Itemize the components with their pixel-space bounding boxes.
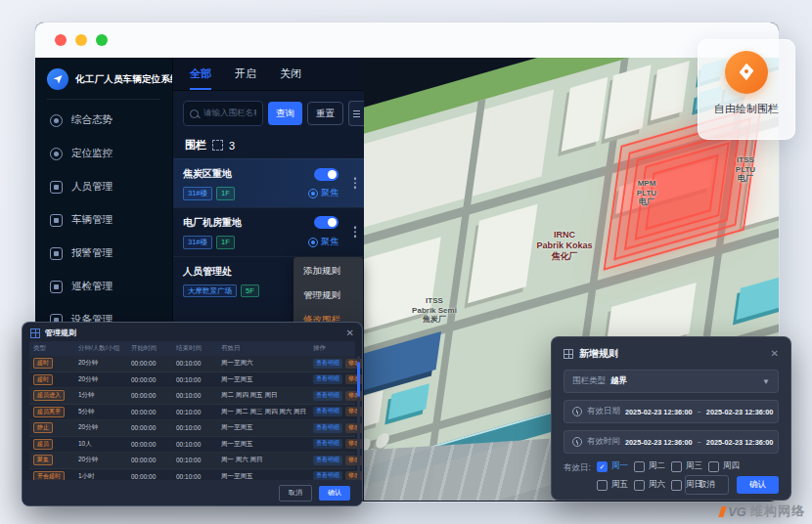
menu-item-管理规则[interactable]: 管理规则 bbox=[293, 284, 363, 308]
fence-count: 3 bbox=[229, 140, 235, 152]
more-actions-icon[interactable] bbox=[352, 176, 359, 192]
sidebar-item-人员管理[interactable]: 人员管理 bbox=[35, 170, 172, 203]
table-row[interactable]: 超员离开5分钟00:00:0000:10:00周一 周二 周三 周四 周六 周日… bbox=[29, 405, 355, 421]
close-window-button[interactable] bbox=[55, 34, 67, 46]
table-row[interactable]: 超时20分钟00:00:0000:10:00周一至周五查看明细修改删除 bbox=[29, 372, 355, 389]
action-查看明细[interactable]: 查看明细 bbox=[313, 359, 342, 369]
fence-name: 人员管理处 bbox=[183, 265, 232, 279]
valid-date-end: 2025-02-23 12:36:00 bbox=[706, 408, 774, 416]
map-label-ITSS: ITSSPLTU电厂 bbox=[718, 155, 773, 184]
fence-tag: 5F bbox=[241, 284, 259, 298]
focus-button[interactable]: 聚焦 bbox=[308, 236, 338, 248]
rules-modal-close-icon[interactable]: ✕ bbox=[346, 328, 354, 338]
collapse-list-button[interactable] bbox=[348, 101, 364, 126]
app-logo-row: 化工厂人员车辆定位系统 bbox=[35, 58, 172, 99]
tab-全部[interactable]: 全部 bbox=[190, 66, 211, 90]
search-icon bbox=[190, 109, 199, 118]
valid-date-label: 有效日期 bbox=[587, 406, 620, 417]
action-查看明细[interactable]: 查看明细 bbox=[313, 391, 342, 401]
action-查看明细[interactable]: 查看明细 bbox=[313, 423, 342, 433]
reset-button[interactable]: 重置 bbox=[307, 102, 343, 125]
sidebar-item-label: 人员管理 bbox=[71, 180, 113, 194]
action-查看明细[interactable]: 查看明细 bbox=[313, 374, 342, 384]
table-row[interactable]: 超时20分钟00:00:0000:10:00周一至周六查看明细修改删除 bbox=[29, 356, 355, 372]
table-row[interactable]: 静止20分钟00:00:0000:10:00周一至周五查看明细修改删除 bbox=[29, 420, 355, 437]
location-icon bbox=[50, 148, 63, 160]
column-开始时间: 开始时间 bbox=[131, 344, 176, 353]
column-有效日: 有效日 bbox=[221, 344, 313, 353]
fence-name: 焦炭区重地 bbox=[183, 167, 232, 181]
sidebar-item-label: 报警管理 bbox=[71, 246, 113, 260]
fence-type-select[interactable]: 围栏类型 越界 ▼ bbox=[564, 370, 779, 393]
fence-list-title: 围栏 bbox=[185, 138, 206, 153]
fence-toggle[interactable] bbox=[314, 216, 338, 229]
sidebar-item-报警管理[interactable]: 报警管理 bbox=[35, 237, 172, 270]
list-icon bbox=[353, 113, 360, 114]
rules-modal-title: 管理规则 bbox=[45, 328, 341, 338]
fence-card[interactable]: 电厂机房重地31#楼1F聚焦 bbox=[173, 207, 364, 256]
new-rule-modal-close-icon[interactable]: ✕ bbox=[771, 349, 779, 359]
free-draw-fence-tool[interactable]: 自由绘制围栏 bbox=[698, 39, 795, 140]
fence-name: 电厂机房重地 bbox=[183, 216, 242, 230]
rules-modal: 管理规则 ✕ 类型分钟/人数/小组开始时间结束时间有效日操作超时20分钟00:0… bbox=[22, 322, 363, 506]
action-查看明细[interactable]: 查看明细 bbox=[313, 407, 342, 416]
sidebar-item-label: 车辆管理 bbox=[71, 213, 113, 227]
rules-table-scrollbar[interactable] bbox=[357, 356, 360, 483]
action-修改[interactable]: 修改 bbox=[345, 423, 363, 433]
sidebar-item-车辆管理[interactable]: 车辆管理 bbox=[35, 203, 172, 237]
sidebar-item-综合态势[interactable]: 综合态势 bbox=[35, 104, 172, 137]
new-rule-cancel-button[interactable]: 取消 bbox=[685, 475, 729, 495]
rules-table: 类型分钟/人数/小组开始时间结束时间有效日操作超时20分钟00:00:0000:… bbox=[29, 341, 355, 502]
more-actions-icon[interactable] bbox=[352, 224, 359, 240]
situation-icon bbox=[50, 114, 63, 127]
rule-type-tag: 超员进入 bbox=[33, 390, 65, 401]
sidebar-item-label: 综合态势 bbox=[71, 113, 113, 127]
fence-search-row: 请输入围栏名称 查询 重置 bbox=[173, 91, 364, 134]
column-类型: 类型 bbox=[29, 344, 78, 353]
rules-confirm-button[interactable]: 确认 bbox=[319, 486, 350, 501]
action-修改[interactable]: 修改 bbox=[345, 407, 363, 416]
action-修改[interactable]: 修改 bbox=[345, 456, 363, 465]
column-操作: 操作 bbox=[313, 344, 363, 353]
fence-toggle[interactable] bbox=[314, 168, 338, 181]
valid-time-start: 2025-02-23 12:36:00 bbox=[625, 438, 693, 447]
valid-date-start: 2025-02-23 12:36:00 bbox=[625, 408, 693, 416]
map-label-ITSS: ITSSPabrik Semi焦炭厂 bbox=[387, 296, 481, 325]
rules-cancel-button[interactable]: 取消 bbox=[279, 485, 312, 502]
sidebar-item-定位监控[interactable]: 定位监控 bbox=[35, 137, 172, 170]
search-placeholder: 请输入围栏名称 bbox=[203, 108, 256, 119]
column-分钟/人数/小组: 分钟/人数/小组 bbox=[78, 344, 131, 353]
valid-time-label: 有效时间 bbox=[587, 436, 620, 448]
table-row[interactable]: 超员10人00:00:0000:10:00周一至周五查看明细修改删除 bbox=[29, 437, 355, 454]
table-row[interactable]: 超员进入1分钟00:00:0000:10:00周二 周四 周五 周日查看明细修改… bbox=[29, 388, 355, 405]
valid-date-range-picker[interactable]: 有效日期 2025-02-23 12:36:00 ~ 2025-02-23 12… bbox=[564, 400, 779, 423]
action-修改[interactable]: 修改 bbox=[345, 439, 363, 449]
target-icon bbox=[308, 189, 318, 198]
action-修改[interactable]: 修改 bbox=[345, 391, 363, 401]
tab-开启[interactable]: 开启 bbox=[235, 66, 256, 90]
table-row[interactable]: 聚集20分钟00:00:0000:10:00周一 周六 周日查看明细修改删除 bbox=[29, 453, 355, 469]
query-button[interactable]: 查询 bbox=[268, 102, 302, 125]
tab-关闭[interactable]: 关闭 bbox=[280, 66, 301, 90]
action-查看明细[interactable]: 查看明细 bbox=[313, 456, 342, 465]
minimize-window-button[interactable] bbox=[75, 34, 87, 46]
vendor-watermark: VG 维构网络 bbox=[720, 502, 805, 520]
new-rule-confirm-button[interactable]: 确认 bbox=[737, 476, 779, 494]
new-rule-modal-header: 新增规则 ✕ bbox=[564, 347, 779, 361]
rule-type-tag: 超时 bbox=[33, 358, 53, 369]
action-修改[interactable]: 修改 bbox=[345, 359, 363, 369]
valid-time-range-picker[interactable]: 有效时间 2025-02-23 12:36:00 ~ 2025-02-23 12… bbox=[564, 430, 779, 454]
toggle-knob bbox=[328, 170, 337, 179]
fence-card[interactable]: 焦炭区重地31#楼1F聚焦 bbox=[173, 158, 364, 207]
sidebar-item-巡检管理[interactable]: 巡检管理 bbox=[35, 270, 172, 303]
fence-tag: 1F bbox=[216, 187, 235, 200]
action-修改[interactable]: 修改 bbox=[345, 374, 363, 384]
range-separator: ~ bbox=[698, 408, 701, 416]
fence-search-input[interactable]: 请输入围栏名称 bbox=[183, 101, 263, 126]
rules-modal-footer: 取消 确认 bbox=[23, 480, 362, 505]
focus-button[interactable]: 聚焦 bbox=[308, 187, 338, 199]
calendar-clock-icon bbox=[572, 407, 582, 416]
menu-item-添加规则[interactable]: 添加规则 bbox=[293, 259, 363, 284]
maximize-window-button[interactable] bbox=[96, 34, 108, 46]
action-查看明细[interactable]: 查看明细 bbox=[313, 439, 342, 449]
